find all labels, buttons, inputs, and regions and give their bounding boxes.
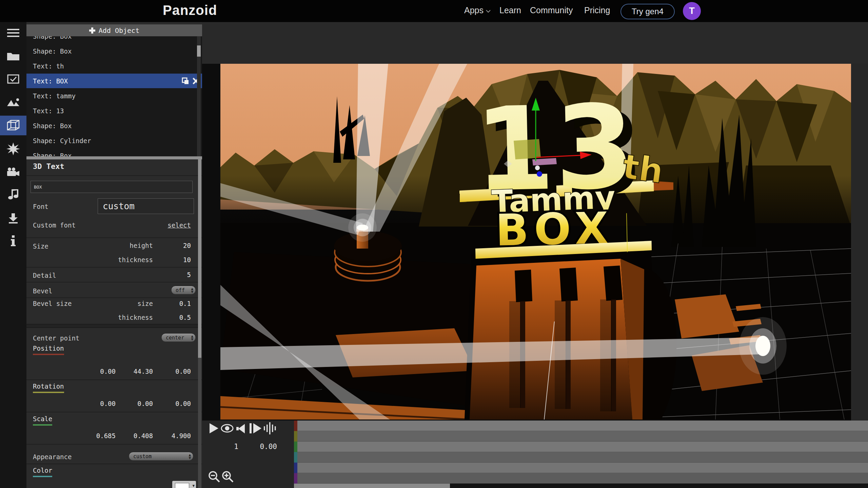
plus-icon [89, 27, 95, 34]
divider [26, 237, 202, 238]
dropdown-arrow-icon: ▼ [192, 484, 195, 488]
list-item[interactable]: Shape: Box [26, 44, 202, 58]
mute-button[interactable] [236, 424, 245, 433]
bevel-size-value[interactable]: 0.1 [179, 300, 191, 307]
gizmo-z-handle[interactable] [537, 171, 542, 177]
menu-button[interactable] [0, 23, 26, 42]
properties-scrollbar[interactable] [198, 159, 201, 488]
center-point-select[interactable]: center ▲▼ [161, 333, 196, 342]
section-divider [26, 324, 202, 328]
render-viewport[interactable]: 13 13 th Tammy BOX [220, 64, 851, 419]
rotation-z[interactable]: 0.00 [175, 400, 191, 407]
bevel-select[interactable]: off ▲▼ [171, 286, 196, 294]
custom-font-select-link[interactable]: select [167, 221, 191, 229]
frame-counter[interactable]: 1 [217, 443, 238, 451]
rotation-x[interactable]: 0.00 [100, 400, 116, 407]
list-item-selected[interactable]: Text: BOX [26, 74, 202, 88]
nav-learn[interactable]: Learn [499, 5, 521, 15]
app-window: Panzoid Apps Learn Community Pricing Try… [0, 0, 868, 488]
divider [26, 412, 202, 412]
time-display[interactable]: 0.00 [243, 443, 277, 451]
add-object-button[interactable]: Add Object [26, 24, 202, 36]
position-z[interactable]: 0.00 [175, 368, 191, 375]
appearance-select[interactable]: custom ▲▼ [129, 452, 193, 461]
position-x[interactable]: 0.00 [100, 368, 116, 375]
rotation-header: Rotation [33, 383, 64, 393]
track-color-tab [294, 473, 297, 484]
bevel-thickness-value[interactable]: 0.5 [179, 314, 191, 321]
rotation-y[interactable]: 0.00 [137, 400, 153, 407]
tool-sidebar [0, 22, 26, 488]
list-item[interactable]: Shape: Box [26, 36, 202, 43]
facade-slots [515, 266, 623, 302]
track-row[interactable] [294, 452, 868, 463]
appearance-value: custom [133, 453, 152, 460]
sidebar-item-camera[interactable] [0, 162, 26, 181]
select-arrows-icon: ▲▼ [191, 335, 193, 341]
detail-value[interactable]: 5 [187, 271, 191, 278]
list-item[interactable]: Shape: Box [26, 118, 202, 133]
zoom-in-button[interactable] [222, 471, 234, 483]
timeline-bottom-bar[interactable] [294, 484, 450, 488]
track-row[interactable] [294, 463, 868, 473]
select-arrows-icon: ▲▼ [189, 453, 191, 460]
avatar[interactable]: T [683, 2, 701, 20]
scale-z[interactable]: 4.900 [172, 432, 191, 440]
scale-x[interactable]: 0.685 [96, 432, 116, 440]
sidebar-item-environment[interactable] [0, 93, 26, 112]
track-row[interactable] [294, 421, 868, 431]
sidebar-item-projects[interactable] [0, 46, 26, 65]
track-row[interactable] [294, 431, 868, 442]
timeline-bottom-gap [450, 484, 868, 488]
color-picker[interactable]: ▼ [172, 481, 196, 488]
nav-community[interactable]: Community [530, 5, 573, 15]
position-y[interactable]: 44.30 [134, 368, 153, 375]
scale-y[interactable]: 0.408 [134, 432, 153, 440]
scrollbar-thumb[interactable] [198, 159, 201, 358]
sidebar-item-download[interactable] [0, 209, 26, 228]
list-item[interactable]: Shape: Box [26, 148, 202, 156]
bevel-size-key: size [137, 300, 153, 307]
play-button[interactable] [209, 423, 219, 434]
starburst-icon [6, 142, 20, 155]
gizmo-center[interactable] [535, 165, 540, 170]
object-list-scrollbar[interactable] [197, 36, 201, 156]
list-item[interactable]: Text: tammy [26, 89, 202, 103]
music-note-icon [7, 189, 19, 201]
bevel-value: off [176, 287, 185, 293]
list-item[interactable]: Text: th [26, 59, 202, 73]
properties-title: 3D Text [33, 162, 64, 171]
font-input[interactable]: custom [98, 198, 194, 214]
size-height-value[interactable]: 20 [183, 242, 191, 249]
track-color-tab [294, 452, 297, 463]
step-forward-button[interactable] [250, 423, 262, 433]
sidebar-item-objects[interactable] [0, 116, 26, 135]
gizmo-plane-xy[interactable] [514, 139, 541, 159]
scale-header: Scale [33, 415, 52, 426]
panel-splitter[interactable] [26, 156, 202, 159]
mountains-icon [6, 97, 20, 107]
chevron-down-icon [486, 9, 491, 13]
sidebar-item-info[interactable] [0, 232, 26, 251]
list-item[interactable]: Text: 13 [26, 103, 202, 118]
size-thickness-key: thickness [118, 256, 153, 263]
duplicate-icon[interactable] [182, 77, 189, 85]
nav-pricing[interactable]: Pricing [584, 5, 610, 15]
track-row[interactable] [294, 442, 868, 452]
nav-apps[interactable]: Apps [464, 5, 484, 15]
list-item[interactable]: Shape: Cylinder [26, 133, 202, 148]
try-gen4-button[interactable]: Try gen4 [620, 4, 675, 19]
sidebar-item-scene[interactable] [0, 70, 26, 89]
panzoid-logo[interactable]: Panzoid [163, 3, 217, 18]
size-thickness-value[interactable]: 10 [183, 256, 191, 263]
scrollbar-thumb[interactable] [197, 45, 201, 57]
preview-eye-button[interactable] [221, 424, 234, 433]
font-label: Font [33, 203, 48, 210]
divider [26, 175, 202, 176]
sidebar-item-audio[interactable] [0, 186, 26, 204]
waveform-button[interactable] [264, 422, 277, 434]
sidebar-item-effects[interactable] [0, 139, 26, 158]
zoom-out-button[interactable] [208, 471, 220, 483]
text-content-input[interactable]: BOX [31, 181, 193, 193]
track-row[interactable] [294, 473, 868, 484]
